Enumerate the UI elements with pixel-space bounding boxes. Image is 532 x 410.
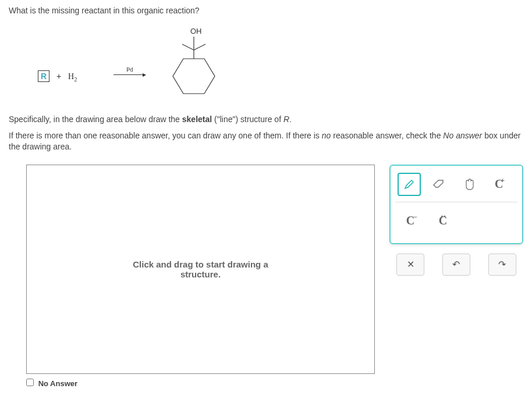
c-plus-tool[interactable]: C+ [488, 173, 511, 196]
drawing-canvas[interactable]: Click and drag to start drawing a struct… [26, 165, 375, 374]
pencil-icon [403, 179, 415, 190]
reactant-r: R + H2 [38, 70, 77, 83]
instruction-line2: If there is more than one reasonable ans… [9, 130, 523, 153]
c-lonepair-tool[interactable]: C [430, 209, 456, 233]
reaction-scheme: R + H2 Pd OH [32, 27, 523, 102]
instruction-line1: Specifically, in the drawing area below … [9, 114, 523, 126]
eraser-icon [432, 179, 445, 190]
svg-marker-3 [173, 59, 215, 94]
no-answer-row: No Answer [26, 379, 523, 388]
drawing-placeholder: Click and drag to start drawing a struct… [133, 259, 268, 279]
svg-line-5 [183, 50, 194, 59]
hand-icon [463, 178, 475, 191]
plus-sign: + [56, 72, 61, 81]
svg-line-2 [194, 44, 205, 50]
tool-row-main: C+ [395, 170, 517, 202]
undo-button[interactable]: ↶ [442, 254, 470, 276]
hand-tool[interactable] [457, 173, 481, 196]
reaction-arrow: Pd [114, 74, 146, 75]
action-row: ✕ ↶ ↷ [389, 250, 523, 279]
svg-line-1 [182, 44, 194, 50]
product-structure: OH [154, 27, 224, 104]
tool-row-charge: C− C [395, 207, 517, 235]
c-minus-tool[interactable]: C− [398, 209, 423, 233]
drawing-toolbox: C+ C− C [389, 165, 523, 244]
eraser-tool[interactable] [428, 173, 451, 196]
no-answer-label[interactable]: No Answer [26, 379, 77, 388]
oh-label: OH [190, 27, 202, 35]
catalyst-label: Pd [126, 66, 133, 73]
no-answer-checkbox[interactable] [26, 379, 34, 386]
pencil-tool[interactable] [398, 173, 421, 196]
h2-label: H2 [68, 72, 77, 81]
redo-button[interactable]: ↷ [488, 254, 516, 276]
question-text: What is the missing reactant in this org… [9, 6, 523, 15]
toolbox-column: C+ C− C ✕ ↶ ↷ [389, 165, 523, 279]
clear-button[interactable]: ✕ [396, 254, 424, 276]
reactant-placeholder: R [38, 70, 49, 82]
